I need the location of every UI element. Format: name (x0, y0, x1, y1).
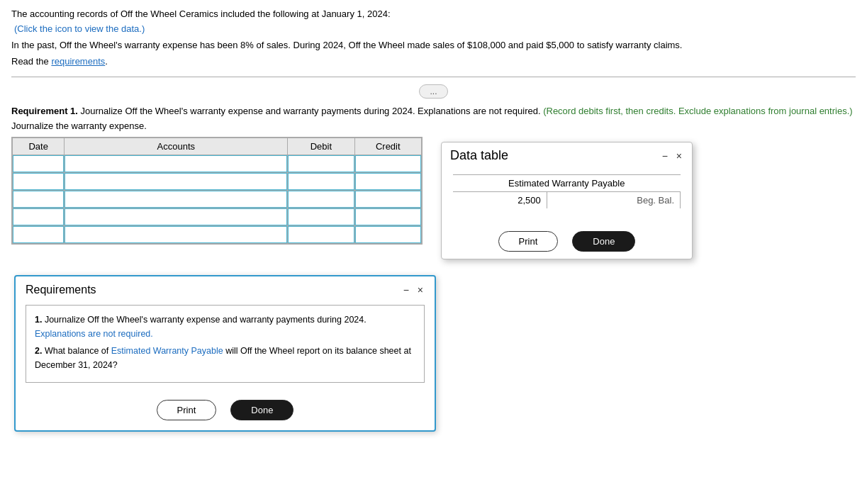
divider (11, 77, 856, 77)
req2-text-before: What balance of (45, 346, 108, 356)
journalize-label: Journalize the warranty expense. (11, 121, 856, 131)
read-req-text: Read the requirements. (11, 56, 856, 67)
datatable-body: Estimated Warranty Payable 2,500 Beg. Ba… (442, 167, 692, 227)
date-input-3[interactable] (13, 191, 64, 208)
requirement-item-1: 1. Journalize Off the Wheel's warranty e… (35, 313, 415, 341)
debit-input-3[interactable] (288, 191, 354, 208)
accounts-input-3[interactable] (65, 191, 287, 208)
datatable-minimize-button[interactable]: − (661, 150, 669, 162)
ewp-header: Estimated Warranty Payable (453, 175, 681, 192)
datatable-dialog: Data table − × Estimated Warranty Payabl… (441, 142, 693, 259)
datatable-print-button[interactable]: Print (498, 231, 559, 252)
debit-input-1[interactable] (288, 155, 354, 172)
requirements-dialog-header: Requirements − × (16, 276, 435, 301)
close-button[interactable]: × (416, 284, 425, 296)
warranty-text: In the past, Off the Wheel's warranty ex… (11, 40, 856, 50)
req1-number: 1. (35, 315, 42, 325)
requirement-heading: Requirement 1. Journalize Off the Wheel'… (11, 106, 856, 116)
table-row (13, 191, 422, 208)
journal-table: Date Accounts Debit Credit (12, 138, 422, 244)
ewp-row: 2,500 Beg. Bal. (453, 192, 681, 209)
accounts-input-2[interactable] (65, 173, 287, 190)
req1-blue-text: Explanations are not required. (35, 329, 153, 339)
credit-input-2[interactable] (355, 173, 421, 190)
date-input-1[interactable] (13, 155, 64, 172)
col-credit: Credit (354, 138, 421, 155)
icon-link-text: (Click the icon to view the data.) (14, 23, 145, 34)
accounts-input-1[interactable] (65, 155, 287, 172)
credit-input-3[interactable] (355, 191, 421, 208)
req2-number: 2. (35, 346, 42, 356)
minimize-button[interactable]: − (402, 284, 410, 296)
requirements-box: 1. Journalize Off the Wheel's warranty e… (26, 305, 425, 383)
datatable-dialog-header: Data table − × (442, 142, 692, 167)
col-date: Date (13, 138, 65, 155)
credit-input-4[interactable] (355, 208, 421, 225)
date-input-2[interactable] (13, 173, 64, 190)
green-instruction: (Record debits first, then credits. Excl… (543, 106, 852, 116)
credit-input-1[interactable] (355, 155, 421, 172)
datatable-dialog-title: Data table (450, 148, 508, 163)
datatable-close-button[interactable]: × (675, 150, 683, 162)
accounts-input-4[interactable] (65, 208, 287, 225)
debit-input-4[interactable] (288, 208, 354, 225)
accounts-input-5[interactable] (65, 226, 287, 243)
dialog-controls: − × (402, 284, 425, 296)
ewp-amount: 2,500 (453, 192, 547, 209)
expand-button[interactable]: ... (419, 84, 447, 99)
requirement-item-2: 2. What balance of Estimated Warranty Pa… (35, 344, 415, 372)
requirements-link[interactable]: requirements (51, 56, 105, 67)
requirements-dialog-footer: Print Done (16, 390, 435, 430)
requirements-done-button[interactable]: Done (230, 400, 293, 420)
table-row (13, 173, 422, 191)
requirements-dialog: Requirements − × 1. Journalize Off the W… (14, 275, 436, 432)
col-debit: Debit (288, 138, 354, 155)
data-icon-link[interactable]: (Click the icon to view the data.) (11, 23, 145, 34)
req2-blue-text: Estimated Warranty Payable (111, 346, 223, 356)
col-accounts: Accounts (65, 138, 288, 155)
ewp-table: Estimated Warranty Payable 2,500 Beg. Ba… (453, 174, 681, 208)
debit-input-5[interactable] (288, 226, 354, 243)
datatable-dialog-footer: Print Done (442, 227, 692, 259)
table-row (13, 226, 422, 244)
datatable-dialog-controls: − × (661, 150, 683, 162)
requirements-print-button[interactable]: Print (157, 400, 217, 420)
ewp-begbal: Beg. Bal. (547, 192, 680, 209)
req1-text: Journalize Off the Wheel's warranty expe… (45, 315, 367, 325)
debit-input-2[interactable] (288, 173, 354, 190)
table-row (13, 208, 422, 226)
date-input-4[interactable] (13, 208, 64, 225)
requirements-dialog-content: 1. Journalize Off the Wheel's warranty e… (16, 301, 435, 390)
credit-input-5[interactable] (355, 226, 421, 243)
table-row (13, 155, 422, 173)
date-input-5[interactable] (13, 226, 64, 243)
intro-line1: The accounting records of Off the Wheel … (11, 9, 856, 19)
datatable-done-button[interactable]: Done (572, 231, 635, 252)
requirements-dialog-title: Requirements (26, 284, 96, 296)
journal-table-wrapper: Date Accounts Debit Credit (11, 137, 423, 245)
